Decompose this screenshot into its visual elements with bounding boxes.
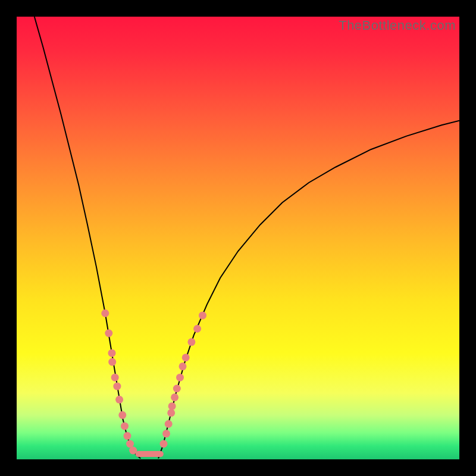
data-dot	[129, 447, 137, 455]
data-dot	[115, 396, 123, 403]
data-dot	[105, 330, 112, 337]
data-dot	[160, 440, 168, 448]
chart-frame: TheBottleneck.com	[17, 17, 459, 459]
data-dot	[167, 409, 175, 416]
data-dot	[168, 402, 176, 410]
data-dot	[179, 362, 187, 370]
data-dot	[173, 385, 181, 393]
data-dot	[182, 353, 190, 361]
data-dot	[162, 430, 170, 437]
data-dot	[165, 420, 173, 428]
data-dot	[108, 349, 116, 357]
data-dot	[101, 309, 109, 317]
data-dot	[199, 312, 206, 320]
data-dot	[108, 358, 116, 366]
data-dot	[124, 432, 131, 440]
chart-svg	[17, 17, 459, 459]
data-dot	[187, 338, 195, 346]
data-dot	[113, 383, 121, 390]
data-dot	[126, 440, 134, 448]
data-dot	[171, 393, 178, 401]
curve-left	[35, 17, 141, 459]
data-dot	[121, 422, 129, 430]
data-dot	[111, 374, 119, 381]
watermark-text: TheBottleneck.com	[339, 18, 456, 33]
data-dot	[176, 374, 184, 381]
data-dot	[118, 411, 126, 419]
curve-right	[158, 121, 459, 459]
data-dot	[193, 325, 201, 333]
